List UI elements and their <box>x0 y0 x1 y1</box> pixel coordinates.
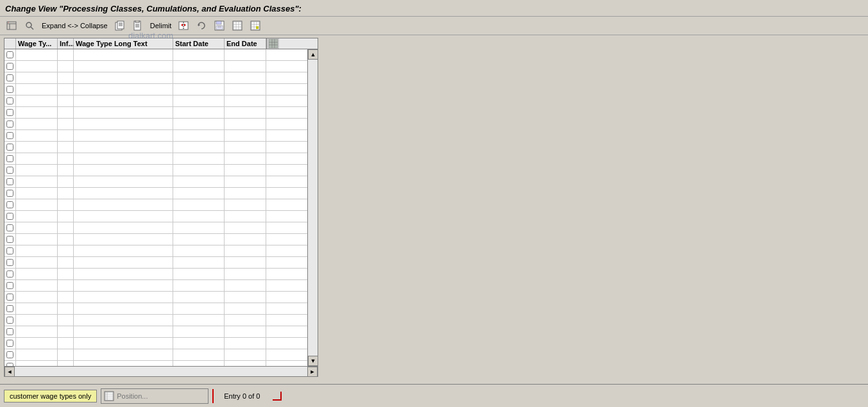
paste-button[interactable] <box>130 19 146 32</box>
customer-wage-types-button[interactable]: customer wage types only <box>4 390 97 403</box>
table-row[interactable] <box>4 211 307 222</box>
h-scroll-track[interactable] <box>15 367 307 376</box>
row-checkbox[interactable] <box>6 201 13 208</box>
table-row[interactable] <box>4 245 307 257</box>
vertical-scrollbar[interactable]: ▲ ▼ <box>307 49 318 366</box>
row-checkbox[interactable] <box>6 363 13 366</box>
row-checkbox[interactable] <box>6 236 13 243</box>
row-checkbox[interactable] <box>6 63 13 70</box>
row-checkbox[interactable] <box>6 155 13 162</box>
row-checkbox[interactable] <box>6 294 13 301</box>
row-checkbox[interactable] <box>6 144 13 151</box>
row-checkbox[interactable] <box>6 340 13 347</box>
table-row[interactable] <box>4 199 307 211</box>
table-row[interactable] <box>4 303 307 315</box>
paste-icon <box>133 21 143 31</box>
row-checkbox[interactable] <box>6 190 13 197</box>
save2-button[interactable] <box>230 19 245 32</box>
table-row[interactable] <box>4 315 307 326</box>
scroll-down-button[interactable]: ▼ <box>308 356 318 366</box>
col-header-wage-type: Wage Ty... <box>16 38 58 49</box>
save1-button[interactable] <box>212 19 227 32</box>
table-body: ▲ ▼ <box>4 49 318 366</box>
delimit-text[interactable]: Delimit <box>148 21 174 30</box>
row-checkbox[interactable] <box>6 259 13 266</box>
toolbar: ✓ Expand <-> Collapse <box>0 17 868 35</box>
row-checkbox[interactable] <box>6 97 13 104</box>
position-icon <box>104 391 114 401</box>
save3-button[interactable] <box>248 19 263 32</box>
right-panel: dialkart.com <box>321 35 868 379</box>
table-row[interactable] <box>4 176 307 188</box>
row-checkbox[interactable] <box>6 224 13 231</box>
table-row[interactable] <box>4 96 307 107</box>
col-header-settings[interactable] <box>266 38 279 49</box>
svg-rect-12 <box>135 21 139 22</box>
row-checkbox[interactable] <box>6 86 13 93</box>
table-row[interactable] <box>4 280 307 292</box>
row-checkbox[interactable] <box>6 270 13 278</box>
table-row[interactable] <box>4 338 307 349</box>
expand-collapse-button[interactable]: Expand <-> Collapse <box>40 21 110 30</box>
copy-table-button[interactable] <box>112 19 128 32</box>
status-bar: customer wage types only Entry 0 of 0 <box>0 384 868 407</box>
find-button[interactable] <box>22 19 37 32</box>
table-row[interactable] <box>4 165 307 176</box>
scroll-track[interactable] <box>308 60 318 356</box>
svg-rect-22 <box>216 21 221 24</box>
title-text: Change View "Processing Classes, Cumulat… <box>5 4 302 13</box>
table-row[interactable] <box>4 188 307 199</box>
status-bracket <box>273 392 282 401</box>
table-row[interactable] <box>4 326 307 338</box>
col-header-checkbox <box>4 38 16 49</box>
table-row[interactable] <box>4 130 307 142</box>
position-button[interactable] <box>101 388 208 404</box>
row-checkbox[interactable] <box>6 178 13 185</box>
row-checkbox[interactable] <box>6 167 13 174</box>
scroll-right-button[interactable]: ► <box>307 367 318 377</box>
table-row[interactable] <box>4 292 307 303</box>
position-input[interactable] <box>117 392 205 400</box>
svg-rect-7 <box>117 21 124 29</box>
row-checkbox[interactable] <box>6 282 13 289</box>
svg-rect-38 <box>256 26 259 29</box>
table-row[interactable] <box>4 61 307 72</box>
table-row[interactable] <box>4 269 307 280</box>
scroll-left-button[interactable]: ◄ <box>4 367 15 377</box>
scroll-up-button[interactable]: ▲ <box>308 49 318 60</box>
col-header-long-text: Wage Type Long Text <box>74 38 173 49</box>
col-header-start-date: Start Date <box>173 38 225 49</box>
table-row[interactable] <box>4 142 307 153</box>
find-icon <box>24 21 35 31</box>
table-row[interactable] <box>4 234 307 245</box>
row-checkbox[interactable] <box>6 109 13 116</box>
refresh-button[interactable] <box>194 19 209 32</box>
svg-marker-20 <box>198 24 200 26</box>
row-checkbox[interactable] <box>6 351 13 358</box>
table-row[interactable] <box>4 222 307 234</box>
table-row[interactable] <box>4 257 307 269</box>
table-row[interactable] <box>4 49 307 61</box>
table-row[interactable] <box>4 361 307 366</box>
table-row[interactable] <box>4 84 307 96</box>
row-checkbox[interactable] <box>6 132 13 139</box>
row-checkbox[interactable] <box>6 51 13 58</box>
table-row[interactable] <box>4 153 307 165</box>
row-checkbox[interactable] <box>6 328 13 335</box>
row-checkbox[interactable] <box>6 213 13 220</box>
row-checkbox[interactable] <box>6 74 13 81</box>
delimit-button[interactable] <box>176 19 191 32</box>
table-header: Wage Ty... Inf... Wage Type Long Text St… <box>4 38 318 49</box>
table-row[interactable] <box>4 119 307 130</box>
col-header-end-date: End Date <box>225 38 266 49</box>
row-checkbox[interactable] <box>6 120 13 128</box>
row-checkbox[interactable] <box>6 305 13 312</box>
horizontal-scrollbar[interactable]: ◄ ► <box>4 366 318 376</box>
table-row[interactable] <box>4 72 307 84</box>
delimit-icon <box>178 21 189 31</box>
table-row[interactable] <box>4 107 307 119</box>
customize-button[interactable]: ✓ <box>4 19 19 32</box>
table-row[interactable] <box>4 349 307 361</box>
row-checkbox[interactable] <box>6 317 13 324</box>
row-checkbox[interactable] <box>6 247 13 254</box>
